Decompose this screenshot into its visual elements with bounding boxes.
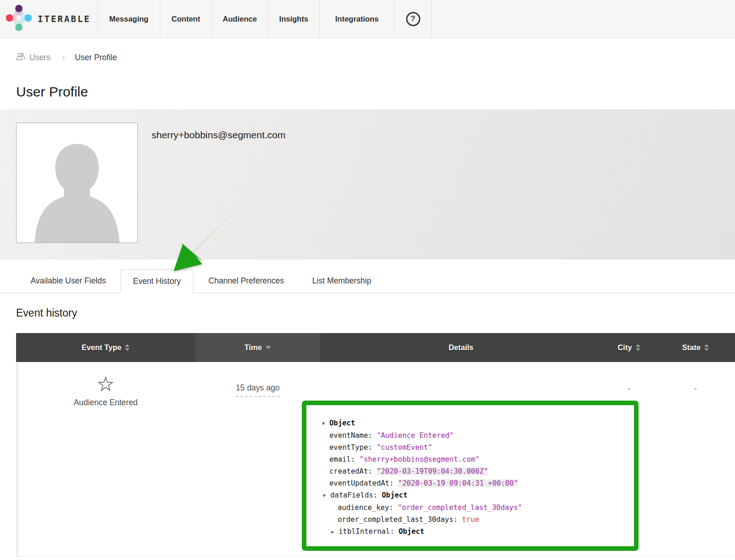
tabs-bar: Available User Fields Event History Chan… bbox=[0, 269, 735, 293]
star-outline-icon bbox=[96, 375, 115, 393]
event-history-table: Event Type Time Details City State Audie… bbox=[16, 333, 735, 557]
details-cell: ▼Object eventName: "Audience Entered" ev… bbox=[320, 362, 602, 556]
table-row: Audience Entered 15 days ago ▼Object eve… bbox=[16, 362, 735, 557]
nav-item-insights[interactable]: Insights bbox=[268, 0, 319, 38]
avatar bbox=[16, 123, 138, 243]
nav-item-audience[interactable]: Audience bbox=[211, 0, 268, 38]
column-header-city[interactable]: City bbox=[602, 333, 656, 362]
nav-item-messaging[interactable]: Messaging bbox=[97, 0, 160, 38]
chevron-right-icon: › bbox=[62, 53, 65, 62]
page-title: User Profile bbox=[16, 84, 735, 100]
column-header-state[interactable]: State bbox=[656, 333, 735, 362]
table-header: Event Type Time Details City State bbox=[16, 333, 735, 362]
column-header-time[interactable]: Time bbox=[195, 333, 320, 362]
tab-available-user-fields[interactable]: Available User Fields bbox=[16, 269, 120, 293]
help-button[interactable]: ? bbox=[394, 0, 432, 38]
column-header-event-type[interactable]: Event Type bbox=[16, 333, 195, 362]
brand-name: ITERABLE bbox=[38, 14, 91, 24]
breadcrumb: Users › User Profile bbox=[16, 53, 735, 62]
nav-item-integrations[interactable]: Integrations bbox=[319, 0, 394, 38]
profile-hero: sherry+bobbins@segment.com bbox=[0, 109, 735, 260]
breadcrumb-users-link[interactable]: Users bbox=[16, 52, 51, 62]
relative-time[interactable]: 15 days ago bbox=[236, 383, 279, 397]
column-header-details[interactable]: Details bbox=[320, 333, 602, 362]
event-details-json: ▼Object eventName: "Audience Entered" ev… bbox=[322, 417, 627, 538]
state-cell: - bbox=[656, 362, 735, 556]
sort-icon bbox=[636, 344, 640, 351]
sort-desc-icon bbox=[266, 346, 271, 349]
sort-icon bbox=[125, 344, 130, 351]
iterable-logo-icon bbox=[6, 5, 32, 33]
breadcrumb-current: User Profile bbox=[75, 53, 117, 62]
breadcrumb-root-label: Users bbox=[29, 53, 51, 62]
users-icon bbox=[16, 52, 26, 62]
user-email: sherry+bobbins@segment.com bbox=[152, 130, 286, 141]
tab-event-history[interactable]: Event History bbox=[120, 269, 193, 293]
sort-icon bbox=[704, 344, 709, 351]
brand[interactable]: ITERABLE bbox=[0, 0, 97, 38]
event-type-cell: Audience Entered bbox=[16, 362, 195, 556]
tab-list-membership[interactable]: List Membership bbox=[299, 269, 384, 293]
top-nav: ITERABLE Messaging Content Audience Insi… bbox=[0, 0, 735, 38]
expand-toggle-icon[interactable]: ▼ bbox=[322, 418, 329, 430]
tab-channel-preferences[interactable]: Channel Preferences bbox=[193, 269, 299, 293]
help-icon: ? bbox=[406, 12, 420, 26]
annotation-box: ▼Object eventName: "Audience Entered" ev… bbox=[302, 401, 639, 551]
section-title: Event history bbox=[16, 307, 735, 319]
expand-toggle-icon[interactable]: ▼ bbox=[323, 490, 330, 502]
event-type-label: Audience Entered bbox=[74, 398, 137, 407]
nav-item-content[interactable]: Content bbox=[160, 0, 211, 38]
collapse-toggle-icon[interactable]: ▶ bbox=[331, 526, 339, 538]
